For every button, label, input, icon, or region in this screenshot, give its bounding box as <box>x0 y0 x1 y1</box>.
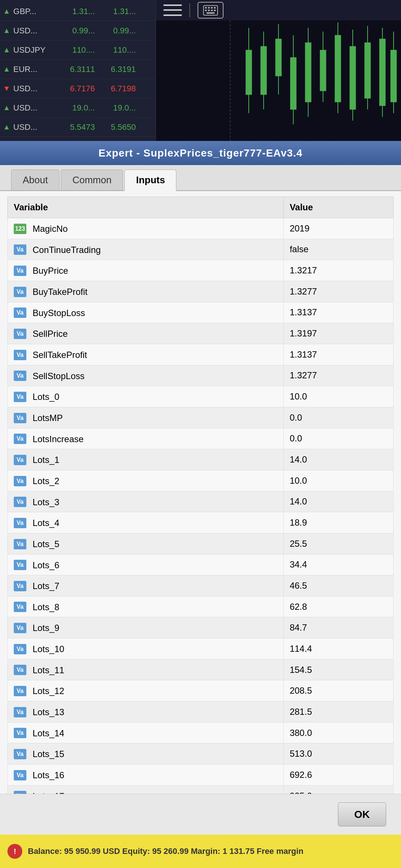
table-row[interactable]: Va SellPrice 1.3197 <box>8 323 394 344</box>
value-cell[interactable]: 0.0 <box>284 407 394 428</box>
value-cell[interactable]: 114.4 <box>284 638 394 660</box>
table-row[interactable]: Va Lots_13 281.5 <box>8 701 394 723</box>
table-row[interactable]: Va BuyStopLoss 1.3137 <box>8 302 394 323</box>
value-cell[interactable]: 208.5 <box>284 680 394 701</box>
menu-icon[interactable] <box>163 3 182 18</box>
value-cell[interactable]: 1.3277 <box>284 281 394 302</box>
keyboard-icon[interactable] <box>198 2 224 19</box>
var-type-icon: 123 <box>14 224 26 234</box>
value-cell[interactable]: 692.6 <box>284 765 394 786</box>
svg-rect-5 <box>205 10 207 11</box>
value-cell[interactable]: false <box>284 239 394 260</box>
col-variable: Variable <box>8 197 284 218</box>
price-row: ▲ GBP... 1.31... 1.31... <box>0 2 156 21</box>
table-row[interactable]: Va SellStopLoss 1.3277 <box>8 365 394 386</box>
value-cell[interactable]: 18.9 <box>284 512 394 533</box>
table-row[interactable]: Va Lots_8 62.8 <box>8 596 394 617</box>
var-type-icon: Va <box>14 728 26 738</box>
table-row[interactable]: Va Lots_14 380.0 <box>8 722 394 743</box>
table-row[interactable]: Va Lots_3 14.0 <box>8 491 394 512</box>
direction-arrow: ▲ <box>3 7 10 16</box>
dialog-title: Expert - SuplexPrices_tiger777-EAv3.4 <box>98 147 303 159</box>
tab-common[interactable]: Common <box>61 170 123 190</box>
value-cell[interactable]: 34.4 <box>284 554 394 575</box>
table-row[interactable]: Va Lots_5 25.5 <box>8 533 394 554</box>
value-cell[interactable]: 513.0 <box>284 743 394 765</box>
dialog-footer: OK <box>0 794 401 835</box>
table-row[interactable]: Va Lots_1 14.0 <box>8 449 394 470</box>
svg-rect-3 <box>211 7 213 9</box>
value-cell[interactable]: 46.5 <box>284 575 394 596</box>
symbol: USDJPY <box>13 45 54 55</box>
ask: 5.5650 <box>99 122 136 132</box>
svg-rect-23 <box>320 50 326 91</box>
table-row[interactable]: Va Lots_4 18.9 <box>8 512 394 533</box>
variable-cell: 123 MagicNo <box>8 218 284 239</box>
value-cell[interactable]: 62.8 <box>284 596 394 617</box>
table-row[interactable]: Va Lots_16 692.6 <box>8 765 394 786</box>
table-row[interactable]: 123 MagicNo 2019 <box>8 218 394 239</box>
value-cell[interactable]: 10.0 <box>284 386 394 407</box>
price-row: ▲ USD... 19.0... 19.0... <box>0 98 156 118</box>
var-name: SellPrice <box>33 329 68 339</box>
value-cell[interactable]: 1.3137 <box>284 302 394 323</box>
candlestick-chart <box>156 20 401 141</box>
var-type-icon: Va <box>14 413 26 423</box>
variable-cell: Va Lots_17 <box>8 785 284 794</box>
variable-cell: Va Lots_1 <box>8 449 284 470</box>
value-cell[interactable]: 10.0 <box>284 470 394 491</box>
table-row[interactable]: Va BuyPrice 1.3217 <box>8 260 394 281</box>
table-container: Variable Value 123 MagicNo 2019 Va ConTi… <box>0 191 401 794</box>
ok-button[interactable]: OK <box>338 802 386 826</box>
value-cell[interactable]: 935.0 <box>284 785 394 794</box>
table-row[interactable]: Va Lots_17 935.0 <box>8 785 394 794</box>
ask: 0.99... <box>99 26 136 36</box>
value-cell[interactable]: 281.5 <box>284 701 394 723</box>
svg-rect-33 <box>391 50 397 102</box>
value-cell[interactable]: 14.0 <box>284 449 394 470</box>
svg-rect-1 <box>205 7 207 9</box>
variable-cell: Va Lots_5 <box>8 533 284 554</box>
table-row[interactable]: Va Lots_7 46.5 <box>8 575 394 596</box>
table-row[interactable]: Va Lots_9 84.7 <box>8 617 394 638</box>
value-cell[interactable]: 1.3217 <box>284 260 394 281</box>
value-cell[interactable]: 1.3197 <box>284 323 394 344</box>
value-cell[interactable]: 1.3277 <box>284 365 394 386</box>
variable-cell: Va BuyTakeProfit <box>8 281 284 302</box>
table-row[interactable]: Va ConTinueTrading false <box>8 239 394 260</box>
direction-arrow: ▲ <box>3 26 10 35</box>
table-row[interactable]: Va Lots_15 513.0 <box>8 743 394 765</box>
value-cell[interactable]: 154.5 <box>284 659 394 680</box>
table-row[interactable]: Va Lots_0 10.0 <box>8 386 394 407</box>
direction-arrow: ▲ <box>3 123 10 131</box>
value-cell[interactable]: 380.0 <box>284 722 394 743</box>
table-row[interactable]: Va LotsMP 0.0 <box>8 407 394 428</box>
svg-rect-8 <box>214 10 216 11</box>
price-row: ▲ USDJPY 110.... 110.... <box>0 40 156 60</box>
table-row[interactable]: Va Lots_6 34.4 <box>8 554 394 575</box>
variable-cell: Va Lots_14 <box>8 722 284 743</box>
table-row[interactable]: Va Lots_12 208.5 <box>8 680 394 701</box>
value-cell[interactable]: 84.7 <box>284 617 394 638</box>
var-name: Lots_0 <box>33 392 59 402</box>
tab-inputs[interactable]: Inputs <box>124 170 176 191</box>
tab-about[interactable]: About <box>11 170 59 190</box>
svg-rect-27 <box>350 46 356 109</box>
table-row[interactable]: Va Lots_2 10.0 <box>8 470 394 491</box>
table-row[interactable]: Va LotsIncrease 0.0 <box>8 428 394 449</box>
var-type-icon: Va <box>14 602 26 612</box>
value-cell[interactable]: 2019 <box>284 218 394 239</box>
var-name: Lots_6 <box>33 560 59 570</box>
value-cell[interactable]: 25.5 <box>284 533 394 554</box>
value-cell[interactable]: 0.0 <box>284 428 394 449</box>
var-name: Lots_8 <box>33 602 59 612</box>
var-type-icon: Va <box>14 476 26 486</box>
value-cell[interactable]: 14.0 <box>284 491 394 512</box>
svg-rect-7 <box>211 10 213 11</box>
variable-cell: Va Lots_3 <box>8 491 284 512</box>
table-row[interactable]: Va BuyTakeProfit 1.3277 <box>8 281 394 302</box>
value-cell[interactable]: 1.3137 <box>284 344 394 365</box>
table-row[interactable]: Va SellTakeProfit 1.3137 <box>8 344 394 365</box>
table-row[interactable]: Va Lots_11 154.5 <box>8 659 394 680</box>
table-row[interactable]: Va Lots_10 114.4 <box>8 638 394 660</box>
